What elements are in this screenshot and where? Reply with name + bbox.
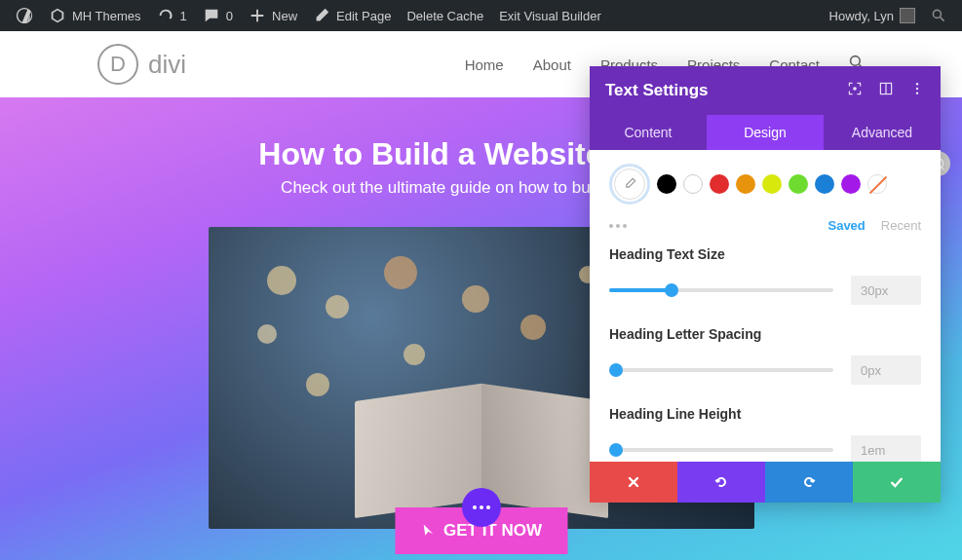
nav-about[interactable]: About: [533, 56, 571, 73]
tab-advanced[interactable]: Advanced: [824, 115, 941, 150]
cta-label: GET IT NOW: [443, 521, 542, 541]
focus-icon[interactable]: [847, 81, 863, 100]
wp-logo[interactable]: [8, 0, 41, 31]
swatch-purple[interactable]: [841, 174, 861, 194]
swatch-red[interactable]: [710, 174, 729, 194]
columns-icon[interactable]: [878, 81, 894, 100]
control-heading-text-size: Heading Text Size 30px: [609, 246, 921, 305]
panel-actions: [590, 462, 941, 503]
swatch-none[interactable]: [867, 174, 887, 194]
value-letter-spacing[interactable]: 0px: [851, 355, 921, 385]
logo-text: divi: [148, 50, 186, 80]
svg-point-5: [916, 83, 918, 85]
color-swatch-row: [609, 164, 921, 205]
recent-tab[interactable]: Recent: [881, 218, 921, 233]
control-label: Heading Text Size: [609, 246, 921, 262]
tab-design[interactable]: Design: [707, 115, 824, 150]
saved-tab[interactable]: Saved: [827, 218, 865, 233]
site-logo[interactable]: D divi: [97, 44, 186, 85]
wp-new[interactable]: New: [241, 0, 305, 31]
wp-refresh[interactable]: 1: [149, 0, 195, 31]
avatar: [900, 8, 915, 23]
wp-delete-cache[interactable]: Delete Cache: [399, 0, 491, 31]
eyedropper-picker[interactable]: [609, 164, 650, 205]
cancel-button[interactable]: [590, 462, 677, 503]
wp-edit-page[interactable]: Edit Page: [305, 0, 399, 31]
svg-point-7: [916, 93, 918, 94]
swatch-more-icon[interactable]: [609, 224, 627, 228]
svg-point-3: [854, 88, 856, 90]
slider-text-size[interactable]: [609, 288, 833, 292]
nav-home[interactable]: Home: [465, 56, 504, 73]
wp-admin-bar: MH Themes 1 0 New Edit Page Delete Cache…: [0, 0, 962, 31]
svg-point-6: [916, 88, 918, 90]
redo-button[interactable]: [765, 462, 853, 503]
wp-comments[interactable]: 0: [195, 0, 241, 31]
swatch-black[interactable]: [657, 174, 676, 194]
save-button[interactable]: [853, 462, 941, 503]
value-line-height[interactable]: 1em: [851, 435, 921, 462]
text-settings-panel: Text Settings Content Design Advanced: [590, 66, 941, 503]
panel-tabs: Content Design Advanced: [590, 115, 941, 150]
swatch-yellow[interactable]: [762, 174, 782, 194]
svg-point-1: [851, 56, 861, 66]
wp-howdy[interactable]: Howdy, Lyn: [822, 0, 923, 31]
wp-exit-vb[interactable]: Exit Visual Builder: [491, 0, 609, 31]
swatch-blue[interactable]: [815, 174, 834, 194]
swatch-white[interactable]: [683, 174, 703, 194]
slider-letter-spacing[interactable]: [609, 368, 833, 372]
panel-header[interactable]: Text Settings: [590, 66, 941, 115]
swatch-green[interactable]: [789, 174, 808, 194]
control-heading-letter-spacing: Heading Letter Spacing 0px: [609, 326, 921, 385]
control-label: Heading Line Height: [609, 406, 921, 422]
control-heading-line-height: Heading Line Height 1em: [609, 406, 921, 462]
page-fab-menu[interactable]: [462, 488, 501, 527]
tab-content[interactable]: Content: [590, 115, 707, 150]
slider-line-height[interactable]: [609, 448, 833, 452]
undo-button[interactable]: [677, 462, 765, 503]
swatch-orange[interactable]: [736, 174, 755, 194]
wp-search[interactable]: [923, 0, 954, 31]
logo-icon: D: [97, 44, 138, 85]
svg-point-0: [933, 10, 941, 18]
value-text-size[interactable]: 30px: [851, 276, 921, 305]
panel-title: Text Settings: [605, 81, 831, 100]
wp-site-name[interactable]: MH Themes: [41, 0, 149, 31]
panel-body: Saved Recent Heading Text Size 30px Head…: [590, 150, 941, 462]
more-icon[interactable]: [909, 81, 925, 100]
control-label: Heading Letter Spacing: [609, 326, 921, 342]
